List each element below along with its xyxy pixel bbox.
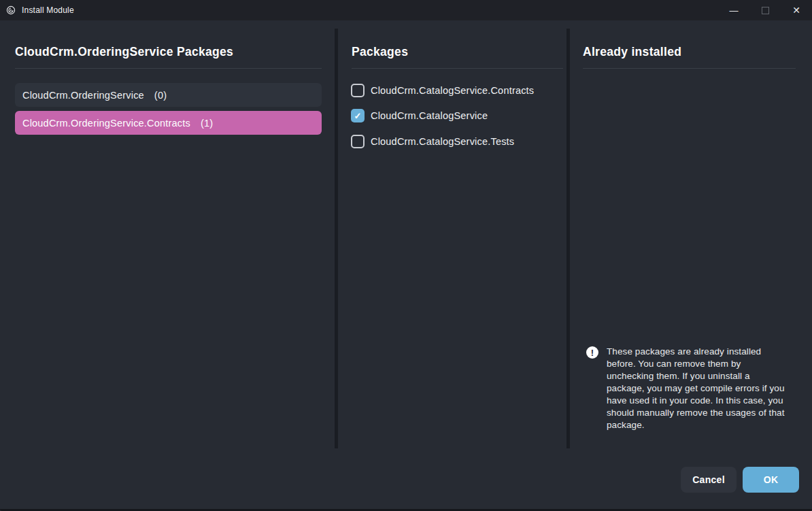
checkbox-unchecked[interactable]: ✓ [351,84,365,97]
maximize-button[interactable] [749,0,781,20]
module-item-orderingservice[interactable]: CloudCrm.OrderingService (0) [15,83,322,107]
package-label: CloudCrm.CatalogService [371,110,488,121]
left-panel-header: CloudCrm.OrderingService Packages [15,45,233,59]
packages-panel-header: Packages [352,45,408,59]
app-logo-icon [6,5,16,15]
package-label: CloudCrm.CatalogService.Contracts [371,85,534,96]
package-row-catalogservice[interactable]: ✓ CloudCrm.CatalogService [351,108,488,124]
package-label: CloudCrm.CatalogService.Tests [371,136,514,147]
installed-note-text: These packages are already installed bef… [607,346,790,431]
module-name: CloudCrm.OrderingService [22,90,144,101]
panel-divider [335,29,338,448]
minimize-button[interactable]: — [718,0,749,20]
module-item-orderingservice-contracts[interactable]: CloudCrm.OrderingService.Contracts (1) [15,111,322,135]
installed-header-divider [583,68,796,69]
module-package-count: (1) [201,118,213,129]
module-package-count: (0) [154,90,167,101]
installed-panel-header: Already installed [583,45,681,59]
close-icon: ✕ [792,5,800,16]
install-module-window: Install Module — ✕ CloudCrm.OrderingServ… [0,0,812,511]
packages-header-divider [352,68,563,69]
maximize-icon [762,7,769,14]
checkbox-checked[interactable]: ✓ [351,109,365,122]
cancel-button[interactable]: Cancel [681,467,737,493]
panel-divider [566,29,570,448]
module-name: CloudCrm.OrderingService.Contracts [22,118,190,129]
minimize-icon: — [730,5,739,16]
package-row-catalogservice-contracts[interactable]: ✓ CloudCrm.CatalogService.Contracts [351,82,534,99]
titlebar: Install Module — ✕ [0,0,812,20]
info-icon: ! [586,346,598,359]
titlebar-buttons: — ✕ [718,0,812,20]
close-button[interactable]: ✕ [781,0,812,20]
window-title: Install Module [22,5,74,15]
package-row-catalogservice-tests[interactable]: ✓ CloudCrm.CatalogService.Tests [351,133,514,150]
left-header-divider [15,68,322,69]
ok-button[interactable]: OK [743,467,799,493]
checkbox-unchecked[interactable]: ✓ [351,135,365,148]
